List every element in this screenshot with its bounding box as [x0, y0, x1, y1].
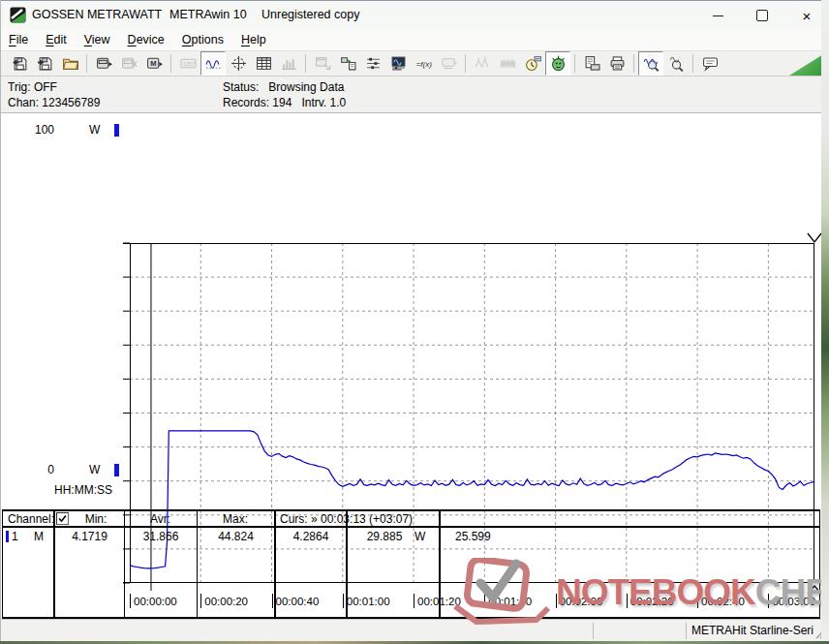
toolbar-separator: [465, 54, 466, 73]
toolbar-separator: [574, 54, 575, 73]
interval-clock-icon[interactable]: [520, 51, 545, 76]
svg-text:1257: 1257: [182, 61, 195, 67]
histogram-view-icon[interactable]: [276, 51, 301, 76]
channel-number: 1: [12, 530, 18, 543]
y-axis-min-label: 0: [25, 463, 54, 476]
svg-text:=f(x): =f(x): [415, 60, 431, 69]
minimize-icon: [713, 15, 723, 16]
window-left-border: [0, 0, 1, 644]
maximize-icon: [756, 10, 768, 21]
cursor-view-icon[interactable]: [226, 51, 251, 76]
channel-color-marker: [6, 531, 9, 542]
metrawin-window: GOSSEN METRAWATT METRAwin 10 Unregistere…: [0, 0, 829, 644]
x-tick-00:01:40: 00:01:40: [484, 594, 532, 608]
y-axis-unit-bottom: W: [89, 463, 100, 476]
y-axis-max-label: 100: [25, 123, 54, 137]
x-tick-00:03:00: 00:03:00: [768, 594, 815, 608]
toolbar-separator: [633, 54, 634, 73]
max-column-header: Max:: [197, 512, 274, 526]
print-preview-icon[interactable]: [579, 51, 604, 76]
toolbar-separator: [86, 54, 87, 73]
cursor1-value: 4.2864: [276, 530, 346, 543]
channel-axis-marker-top: [114, 124, 119, 137]
channel-axis-marker-bottom: [114, 464, 119, 476]
menu-edit[interactable]: Edit: [46, 33, 67, 46]
save-icon[interactable]: [7, 51, 32, 76]
cursor-delta-value: 25.599: [455, 530, 491, 543]
power-trace: [130, 431, 814, 568]
status-panel: Trig: OFF Chan: 123456789 Status: Browsi…: [0, 77, 829, 113]
records-interval: Records: 194 Intrv. 1.0: [223, 96, 346, 109]
record-to-file-icon[interactable]: [335, 51, 360, 76]
min-column-header: Min:: [68, 512, 124, 526]
open-file-icon[interactable]: [57, 51, 82, 76]
channel-setup-icon[interactable]: [360, 51, 385, 76]
x-tick-00:02:00: 00:02:00: [556, 594, 603, 608]
avr-column-header: Avr:: [124, 512, 197, 526]
display-output-icon[interactable]: [436, 51, 461, 76]
menu-bar: FileEditViewDeviceOptionsHelp: [0, 29, 829, 50]
trigger-icon[interactable]: [545, 51, 570, 76]
status-bar: METRAHit Starline-Seri: [0, 619, 829, 641]
menu-view[interactable]: View: [84, 33, 110, 46]
min-value: 4.1719: [55, 530, 124, 543]
table-view-icon[interactable]: [251, 51, 276, 76]
app-logo-icon: [10, 7, 26, 23]
comment-icon[interactable]: [697, 51, 722, 76]
title-vendor: GOSSEN METRAWATT: [32, 8, 162, 21]
title-license-status: Unregistered copy: [261, 8, 359, 21]
avr-value: 31.866: [125, 530, 197, 543]
cursor-column-header: Curs: » 00:03:13 (+03:07): [280, 512, 413, 526]
x-tick-00:00:00: 00:00:00: [130, 594, 177, 608]
zoom-curve-icon[interactable]: [638, 51, 663, 76]
trigger-status: Trig: OFF: [8, 80, 57, 94]
channel-list: Chan: 123456789: [8, 96, 100, 109]
title-app-name: METRAwin 10: [169, 8, 247, 21]
channel-mode: M: [34, 530, 44, 543]
wave-dense-icon[interactable]: [495, 51, 520, 76]
browse-status: Status: Browsing Data: [223, 80, 344, 94]
read-device-icon[interactable]: [91, 51, 116, 76]
x-tick-00:01:00: 00:01:00: [343, 594, 390, 608]
numeric-display-view-icon[interactable]: 1257: [175, 51, 200, 76]
wave-markers-icon[interactable]: [470, 51, 495, 76]
toolbar-separator: [692, 54, 693, 73]
device-monitor-icon[interactable]: [385, 51, 411, 76]
print-icon[interactable]: [604, 51, 629, 76]
connected-device-name: METRAHit Starline-Seri: [691, 624, 814, 637]
minimize-button[interactable]: [695, 1, 740, 30]
save-as-icon[interactable]: [32, 51, 57, 76]
svg-text:M: M: [150, 59, 156, 68]
cursor2-value: 29.885: [359, 530, 410, 543]
desktop-edge-sliver: [821, 0, 829, 644]
checkmark-icon: [58, 514, 67, 523]
chart-panel: 100 W 0 W HH:MM:SS 00:00:0000:00:2000:00…: [0, 113, 829, 509]
menu-options[interactable]: Options: [182, 33, 224, 46]
toolbar: M1257=f(x): [0, 50, 829, 77]
statusbar-separator: [593, 623, 594, 639]
chart-view-icon[interactable]: [200, 51, 226, 76]
max-value: 44.824: [198, 530, 274, 543]
x-tick-00:01:20: 00:01:20: [414, 594, 461, 608]
toolbar-separator: [170, 54, 171, 73]
cursor2-top-caret: [808, 233, 821, 242]
device-disconnect-icon[interactable]: [116, 51, 141, 76]
x-tick-00:02:20: 00:02:20: [627, 594, 674, 608]
toolbar-separator: [305, 54, 306, 73]
title-bar: GOSSEN METRAWATT METRAwin 10 Unregistere…: [0, 0, 829, 29]
channel-column-header: Channel:: [8, 512, 54, 526]
formula-icon[interactable]: =f(x): [411, 51, 436, 76]
export-window-icon[interactable]: [310, 51, 335, 76]
memory-read-icon[interactable]: M: [141, 51, 167, 76]
y-axis-unit-top: W: [89, 123, 100, 137]
menu-file[interactable]: File: [9, 33, 28, 46]
cursor2-unit: W: [414, 530, 425, 543]
zoom-lens-icon[interactable]: [663, 51, 689, 76]
x-axis-format-label: HH:MM:SS: [54, 483, 112, 497]
menu-help[interactable]: Help: [241, 33, 266, 46]
close-icon: ×: [803, 8, 812, 24]
maximize-button[interactable]: [740, 1, 784, 30]
x-tick-00:00:40: 00:00:40: [272, 594, 320, 608]
x-tick-00:00:20: 00:00:20: [200, 594, 248, 608]
menu-device[interactable]: Device: [128, 33, 165, 46]
